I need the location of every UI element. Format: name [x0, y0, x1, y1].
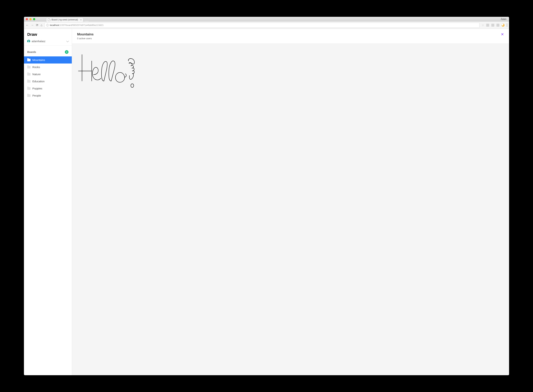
url-host: localhost: [50, 24, 59, 27]
svg-point-0: [131, 84, 134, 87]
board-item-label: Education: [32, 80, 45, 83]
main-area: Mountains 0 active users ✕: [72, 29, 509, 375]
browser-menu-button[interactable]: [507, 24, 507, 27]
board-item-label: Nature: [32, 73, 41, 76]
app-root: Draw adamhalasz Boards + MountainsRocksN…: [24, 29, 509, 375]
extension-icon-3[interactable]: [496, 24, 500, 27]
sidebar-item-board[interactable]: Mountains: [24, 56, 72, 64]
folder-icon: [27, 59, 30, 61]
sidebar-item-board[interactable]: People: [24, 92, 72, 99]
browser-toolbar: ← → ⟳ ⌂ i localhost:1337/board/593207e87…: [24, 22, 509, 29]
browser-window: Board | ng-seed (universal) × Ádám ← → ⟳…: [24, 17, 509, 375]
folder-icon: [27, 80, 30, 83]
handwriting-hello: [72, 44, 149, 98]
board-subtitle: 0 active users: [77, 37, 94, 40]
bookmark-star-icon[interactable]: ☆: [482, 23, 484, 27]
forward-button[interactable]: →: [31, 23, 34, 27]
browser-tab[interactable]: Board | ng-seed (universal) ×: [46, 18, 83, 22]
reload-button[interactable]: ⟳: [36, 23, 38, 27]
board-item-label: People: [32, 94, 41, 97]
board-item-label: Puppies: [32, 87, 42, 90]
sidebar: Draw adamhalasz Boards + MountainsRocksN…: [24, 29, 72, 375]
sidebar-item-board[interactable]: Nature: [24, 71, 72, 78]
folder-icon: [27, 73, 30, 75]
address-bar[interactable]: i localhost:1337/board/593207e871e4fab80…: [45, 23, 480, 28]
board-item-label: Rocks: [32, 65, 40, 69]
home-button[interactable]: ⌂: [41, 23, 42, 27]
page-icon: [48, 19, 50, 21]
close-tab-button[interactable]: ×: [80, 19, 82, 21]
close-window-button[interactable]: [26, 18, 28, 20]
avatar-icon: [27, 40, 30, 43]
tab-title: Board | ng-seed (universal): [52, 19, 78, 21]
boards-label: Boards: [27, 51, 36, 53]
boards-section-header: Boards +: [24, 46, 72, 56]
url-path: :1337/board/593207e871e4fab80a113d21: [59, 24, 104, 27]
folder-icon: [27, 66, 30, 68]
minimize-window-button[interactable]: [29, 18, 32, 20]
board-header: Mountains 0 active users ✕: [72, 29, 509, 44]
board-item-label: Mountains: [32, 58, 45, 61]
browser-profile-name[interactable]: Ádám: [501, 18, 507, 20]
sidebar-item-board[interactable]: Rocks: [24, 64, 72, 71]
sidebar-item-board[interactable]: Education: [24, 78, 72, 85]
close-board-button[interactable]: ✕: [501, 33, 504, 36]
sidebar-item-board[interactable]: Puppies: [24, 85, 72, 92]
extension-icon-2[interactable]: [491, 24, 494, 27]
user-menu[interactable]: adamhalasz: [24, 39, 72, 46]
board-list: MountainsRocksNatureEducationPuppiesPeop…: [24, 56, 72, 99]
new-tab-button[interactable]: [84, 19, 89, 22]
extension-icon-1[interactable]: [486, 24, 489, 27]
back-button[interactable]: ←: [26, 23, 29, 27]
traffic-lights: [26, 18, 35, 20]
app-title: Draw: [24, 29, 72, 39]
username: adamhalasz: [32, 40, 45, 43]
site-info-icon[interactable]: i: [46, 24, 49, 27]
drawing-canvas[interactable]: [72, 44, 509, 375]
zoom-window-button[interactable]: [33, 18, 35, 20]
folder-icon: [27, 87, 30, 90]
board-title: Mountains: [77, 33, 94, 36]
chevron-down-icon: [66, 40, 69, 42]
window-titlebar: Board | ng-seed (universal) × Ádám: [24, 17, 509, 22]
extension-icon-4[interactable]: [502, 24, 504, 27]
folder-icon: [27, 94, 30, 97]
add-board-button[interactable]: +: [65, 50, 68, 54]
toolbar-actions: ☆: [482, 23, 507, 27]
